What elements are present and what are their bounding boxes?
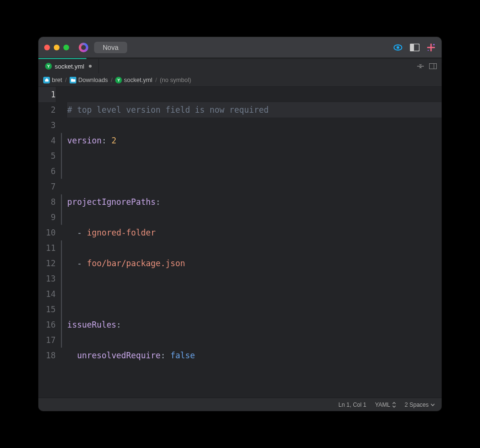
folder-icon — [70, 77, 76, 83]
code-editor[interactable]: 1 2 3 4 5 6 7 8 9 10 11 12 13 14 15 16 1… — [38, 87, 442, 398]
sidebar-toggle-button[interactable] — [410, 44, 420, 51]
tabbar: Y socket.yml — [38, 59, 442, 73]
line-number: 15 — [38, 302, 56, 317]
line-number: 13 — [38, 271, 56, 286]
yaml-list-item: foo/bar/package.json — [87, 259, 185, 268]
yaml-file-icon: Y — [45, 63, 52, 70]
line-number: 4 — [38, 133, 56, 148]
app-logo-icon — [79, 43, 88, 52]
breadcrumb: bret / Downloads / Y socket.yml / (no sy… — [38, 73, 442, 87]
crumb-sep: / — [65, 77, 67, 83]
line-number-gutter: 1 2 3 4 5 6 7 8 9 10 11 12 13 14 15 16 1… — [38, 87, 60, 398]
line-number: 7 — [38, 179, 56, 194]
line-number: 18 — [38, 348, 56, 363]
crumb-folder-label: Downloads — [78, 77, 108, 83]
app-title: Nova — [94, 42, 127, 53]
line-number: 17 — [38, 332, 56, 348]
line-number: 8 — [38, 194, 56, 210]
line-number: 12 — [38, 256, 56, 271]
tab-filename: socket.yml — [55, 63, 84, 70]
panel-layout-button[interactable] — [429, 63, 437, 69]
line-number: 11 — [38, 240, 56, 256]
yaml-value: 2 — [111, 136, 116, 145]
line-number: 10 — [38, 225, 56, 240]
line-number: 16 — [38, 317, 56, 332]
line-number: 6 — [38, 164, 56, 179]
crumb-sep: / — [111, 77, 112, 83]
status-cursor-position[interactable]: Ln 1, Col 1 — [338, 401, 366, 408]
close-window-button[interactable] — [44, 45, 50, 50]
line-number: 3 — [38, 118, 56, 133]
svg-point-4 — [433, 44, 435, 45]
crumb-home[interactable]: bret — [43, 77, 62, 83]
updown-icon — [392, 402, 396, 408]
yaml-file-icon: Y — [115, 77, 122, 83]
preview-eye-button[interactable] — [393, 42, 403, 53]
window-controls — [44, 45, 69, 50]
statusbar: Ln 1, Col 1 YAML 2 Spaces — [38, 398, 442, 411]
add-sparkle-button[interactable] — [426, 43, 436, 52]
status-language-label: YAML — [375, 401, 390, 408]
svg-point-5 — [428, 50, 429, 51]
split-editor-button[interactable] — [417, 63, 424, 69]
crumb-home-label: bret — [52, 77, 62, 83]
svg-point-1 — [396, 46, 399, 49]
svg-rect-6 — [430, 64, 437, 69]
line-number: 1 — [38, 87, 56, 102]
home-icon — [43, 77, 50, 83]
minimize-window-button[interactable] — [54, 45, 60, 50]
tab-socket-yml[interactable]: Y socket.yml — [38, 59, 99, 73]
yaml-key: unresolvedRequire — [77, 351, 160, 360]
status-indent-label: 2 Spaces — [405, 401, 429, 408]
tab-dirty-indicator — [89, 65, 92, 68]
status-language-selector[interactable]: YAML — [375, 401, 396, 408]
yaml-key: version — [67, 136, 102, 145]
line-number: 9 — [38, 210, 56, 225]
crumb-file-label: socket.yml — [124, 77, 152, 83]
yaml-list-item: ignored-folder — [87, 228, 156, 237]
editor-window: Nova Y socket.yml — [38, 37, 442, 411]
yaml-key: issueRules — [67, 320, 116, 330]
code-content[interactable]: # top level version field is now require… — [62, 87, 442, 398]
zoom-window-button[interactable] — [63, 45, 69, 50]
code-comment: # top level version field is now require… — [67, 105, 269, 115]
titlebar: Nova — [38, 37, 442, 58]
yaml-value: false — [170, 351, 195, 360]
crumb-symbol[interactable]: (no symbol) — [160, 77, 191, 83]
crumb-file[interactable]: Y socket.yml — [115, 77, 152, 83]
status-indent-selector[interactable]: 2 Spaces — [405, 401, 435, 408]
line-number: 5 — [38, 148, 56, 164]
line-number: 14 — [38, 286, 56, 302]
crumb-folder[interactable]: Downloads — [70, 77, 108, 83]
chevron-down-icon — [431, 403, 435, 406]
crumb-sep: / — [155, 77, 156, 83]
yaml-key: projectIgnorePaths — [67, 197, 156, 207]
line-number: 2 — [38, 102, 56, 118]
svg-rect-3 — [410, 44, 414, 51]
